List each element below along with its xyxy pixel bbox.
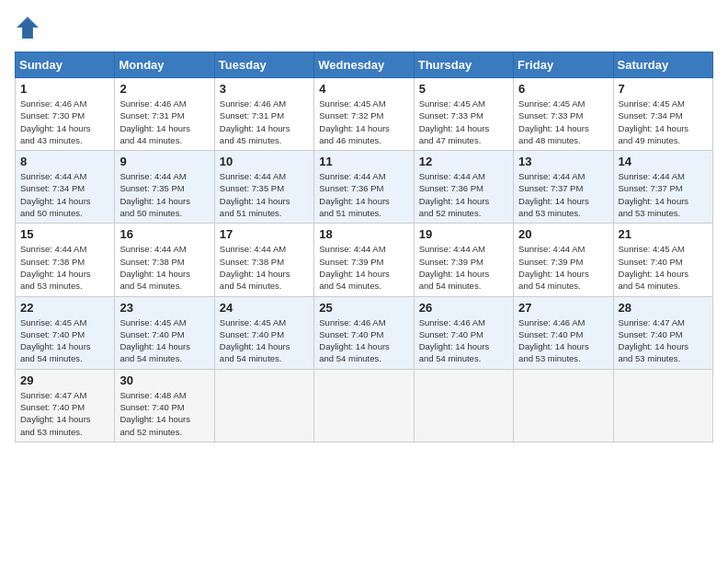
day-number: 29: [20, 373, 109, 387]
day-number: 8: [20, 155, 109, 168]
day-number: 7: [619, 82, 708, 96]
day-info: Sunrise: 4:44 AM Sunset: 7:38 PM Dayligh…: [20, 243, 109, 292]
col-friday: Friday: [514, 52, 613, 78]
table-row: 3Sunrise: 4:46 AM Sunset: 7:31 PM Daylig…: [214, 78, 313, 151]
col-thursday: Thursday: [414, 52, 513, 78]
table-row: 18Sunrise: 4:44 AM Sunset: 7:39 PM Dayli…: [314, 224, 414, 296]
day-info: Sunrise: 4:45 AM Sunset: 7:32 PM Dayligh…: [319, 98, 408, 146]
table-row: 26Sunrise: 4:46 AM Sunset: 7:40 PM Dayli…: [414, 296, 513, 369]
calendar-week-row-2: 8Sunrise: 4:44 AM Sunset: 7:34 PM Daylig…: [16, 151, 713, 224]
day-info: Sunrise: 4:44 AM Sunset: 7:37 PM Dayligh…: [518, 170, 608, 219]
day-number: 18: [319, 227, 408, 241]
calendar-week-row-1: 1Sunrise: 4:46 AM Sunset: 7:30 PM Daylig…: [16, 78, 713, 151]
col-saturday: Saturday: [613, 52, 712, 78]
day-number: 24: [220, 301, 309, 315]
table-row: [314, 369, 414, 442]
calendar-week-row-5: 29Sunrise: 4:47 AM Sunset: 7:40 PM Dayli…: [16, 369, 713, 442]
svg-marker-1: [18, 18, 37, 38]
day-number: 5: [419, 82, 508, 96]
table-row: 4Sunrise: 4:45 AM Sunset: 7:32 PM Daylig…: [314, 78, 414, 151]
day-info: Sunrise: 4:44 AM Sunset: 7:37 PM Dayligh…: [619, 170, 708, 219]
table-row: [613, 369, 712, 442]
day-number: 6: [518, 82, 608, 96]
day-info: Sunrise: 4:46 AM Sunset: 7:31 PM Dayligh…: [220, 98, 309, 146]
table-row: 27Sunrise: 4:46 AM Sunset: 7:40 PM Dayli…: [514, 296, 613, 369]
day-number: 25: [319, 301, 408, 315]
table-row: 12Sunrise: 4:44 AM Sunset: 7:36 PM Dayli…: [414, 151, 513, 224]
day-info: Sunrise: 4:44 AM Sunset: 7:36 PM Dayligh…: [419, 170, 508, 219]
logo: [15, 15, 44, 40]
day-number: 20: [518, 227, 608, 241]
day-info: Sunrise: 4:46 AM Sunset: 7:40 PM Dayligh…: [518, 316, 608, 365]
table-row: 30Sunrise: 4:48 AM Sunset: 7:40 PM Dayli…: [115, 369, 214, 442]
table-row: 6Sunrise: 4:45 AM Sunset: 7:33 PM Daylig…: [514, 78, 613, 151]
day-info: Sunrise: 4:46 AM Sunset: 7:40 PM Dayligh…: [319, 316, 408, 365]
calendar-week-row-3: 15Sunrise: 4:44 AM Sunset: 7:38 PM Dayli…: [16, 224, 713, 296]
table-row: [514, 369, 613, 442]
day-info: Sunrise: 4:47 AM Sunset: 7:40 PM Dayligh…: [20, 389, 109, 438]
logo-icon: [15, 15, 40, 40]
day-number: 11: [319, 155, 408, 168]
day-info: Sunrise: 4:44 AM Sunset: 7:39 PM Dayligh…: [419, 243, 508, 292]
day-number: 13: [518, 155, 608, 168]
table-row: 10Sunrise: 4:44 AM Sunset: 7:35 PM Dayli…: [214, 151, 313, 224]
page-header: [15, 15, 713, 40]
day-info: Sunrise: 4:45 AM Sunset: 7:40 PM Dayligh…: [220, 316, 309, 365]
day-number: 14: [619, 155, 708, 168]
table-row: 25Sunrise: 4:46 AM Sunset: 7:40 PM Dayli…: [314, 296, 414, 369]
day-number: 1: [20, 82, 109, 96]
table-row: 16Sunrise: 4:44 AM Sunset: 7:38 PM Dayli…: [115, 224, 214, 296]
day-info: Sunrise: 4:44 AM Sunset: 7:39 PM Dayligh…: [518, 243, 608, 292]
table-row: 2Sunrise: 4:46 AM Sunset: 7:31 PM Daylig…: [115, 78, 214, 151]
table-row: 11Sunrise: 4:44 AM Sunset: 7:36 PM Dayli…: [314, 151, 414, 224]
table-row: 20Sunrise: 4:44 AM Sunset: 7:39 PM Dayli…: [514, 224, 613, 296]
col-tuesday: Tuesday: [214, 52, 313, 78]
table-row: [214, 369, 313, 442]
day-number: 19: [419, 227, 508, 241]
table-row: [414, 369, 513, 442]
day-info: Sunrise: 4:46 AM Sunset: 7:30 PM Dayligh…: [20, 98, 109, 146]
table-row: 9Sunrise: 4:44 AM Sunset: 7:35 PM Daylig…: [115, 151, 214, 224]
day-number: 2: [119, 82, 209, 96]
table-row: 8Sunrise: 4:44 AM Sunset: 7:34 PM Daylig…: [16, 151, 115, 224]
table-row: 15Sunrise: 4:44 AM Sunset: 7:38 PM Dayli…: [16, 224, 115, 296]
col-sunday: Sunday: [16, 52, 115, 78]
col-monday: Monday: [115, 52, 214, 78]
day-info: Sunrise: 4:44 AM Sunset: 7:35 PM Dayligh…: [220, 170, 309, 219]
day-info: Sunrise: 4:44 AM Sunset: 7:39 PM Dayligh…: [319, 243, 408, 292]
day-info: Sunrise: 4:46 AM Sunset: 7:31 PM Dayligh…: [119, 98, 209, 146]
day-number: 27: [518, 301, 608, 315]
day-info: Sunrise: 4:45 AM Sunset: 7:34 PM Dayligh…: [619, 98, 708, 146]
col-wednesday: Wednesday: [314, 52, 414, 78]
day-number: 4: [319, 82, 408, 96]
table-row: 29Sunrise: 4:47 AM Sunset: 7:40 PM Dayli…: [16, 369, 115, 442]
day-info: Sunrise: 4:44 AM Sunset: 7:35 PM Dayligh…: [119, 170, 209, 219]
day-info: Sunrise: 4:46 AM Sunset: 7:40 PM Dayligh…: [419, 316, 508, 365]
calendar-table: Sunday Monday Tuesday Wednesday Thursday…: [15, 52, 713, 442]
day-number: 12: [419, 155, 508, 168]
day-number: 15: [20, 227, 109, 241]
table-row: 22Sunrise: 4:45 AM Sunset: 7:40 PM Dayli…: [16, 296, 115, 369]
day-info: Sunrise: 4:48 AM Sunset: 7:40 PM Dayligh…: [119, 389, 209, 438]
table-row: 13Sunrise: 4:44 AM Sunset: 7:37 PM Dayli…: [514, 151, 613, 224]
table-row: 17Sunrise: 4:44 AM Sunset: 7:38 PM Dayli…: [214, 224, 313, 296]
calendar-header-row: Sunday Monday Tuesday Wednesday Thursday…: [16, 52, 713, 78]
day-number: 30: [119, 373, 209, 387]
day-info: Sunrise: 4:45 AM Sunset: 7:40 PM Dayligh…: [119, 316, 209, 365]
table-row: 24Sunrise: 4:45 AM Sunset: 7:40 PM Dayli…: [214, 296, 313, 369]
day-info: Sunrise: 4:44 AM Sunset: 7:38 PM Dayligh…: [220, 243, 309, 292]
day-number: 16: [119, 227, 209, 241]
day-number: 23: [119, 301, 209, 315]
day-info: Sunrise: 4:45 AM Sunset: 7:40 PM Dayligh…: [20, 316, 109, 365]
table-row: 23Sunrise: 4:45 AM Sunset: 7:40 PM Dayli…: [115, 296, 214, 369]
table-row: 14Sunrise: 4:44 AM Sunset: 7:37 PM Dayli…: [613, 151, 712, 224]
day-info: Sunrise: 4:44 AM Sunset: 7:34 PM Dayligh…: [20, 170, 109, 219]
day-number: 10: [220, 155, 309, 168]
table-row: 28Sunrise: 4:47 AM Sunset: 7:40 PM Dayli…: [613, 296, 712, 369]
day-number: 22: [20, 301, 109, 315]
day-number: 26: [419, 301, 508, 315]
table-row: 21Sunrise: 4:45 AM Sunset: 7:40 PM Dayli…: [613, 224, 712, 296]
day-info: Sunrise: 4:44 AM Sunset: 7:38 PM Dayligh…: [119, 243, 209, 292]
table-row: 7Sunrise: 4:45 AM Sunset: 7:34 PM Daylig…: [613, 78, 712, 151]
day-number: 9: [119, 155, 209, 168]
